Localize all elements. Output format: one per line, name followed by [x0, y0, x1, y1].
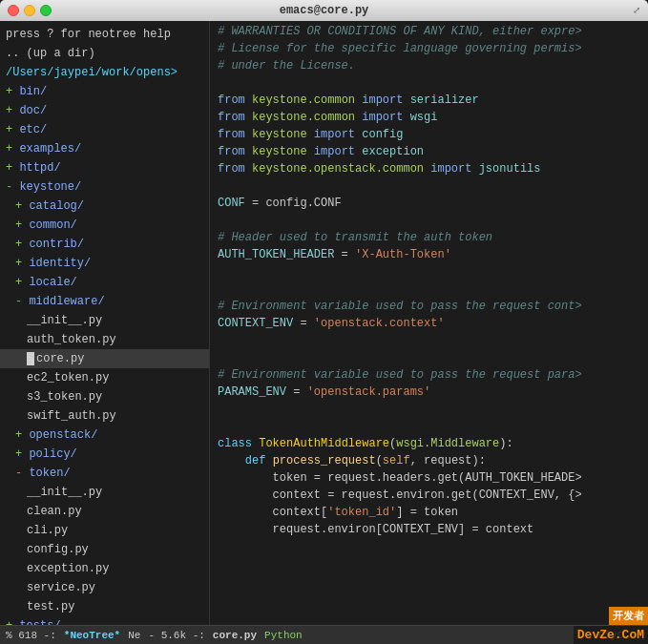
code-line-9: from keystone.openstack.common import js… [218, 160, 640, 177]
code-line-29: context['token_id'] = token [218, 504, 640, 521]
code-line-21: # Environment variable used to pass the … [218, 366, 640, 384]
sidebar-item-token[interactable]: - token/ [0, 464, 209, 483]
code-line-11: CONF = config.CONF [218, 195, 640, 212]
code-line-28: context = request.environ.get(CONTEXT_EN… [218, 487, 640, 504]
code-line-18: CONTEXT_ENV = 'openstack.context' [218, 315, 640, 332]
status-filetype: Python [264, 630, 303, 641]
code-line-1: # WARRANTIES OR CONDITIONS OF ANY KIND, … [218, 23, 640, 40]
sidebar-item-openstack[interactable]: + openstack/ [0, 426, 209, 445]
sidebar-item-examples[interactable]: + examples/ [0, 139, 209, 158]
maximize-button[interactable] [40, 5, 52, 16]
code-line-16 [218, 280, 640, 298]
sidebar-item-core-py[interactable]: core.py [0, 349, 209, 368]
close-button[interactable] [8, 5, 19, 16]
code-line-10 [218, 177, 640, 195]
code-line-17: # Environment variable used to pass the … [218, 298, 640, 315]
sidebar-item-ec2-token[interactable]: ec2_token.py [0, 368, 209, 387]
code-line-30: request.environ[CONTEXT_ENV] = context [218, 521, 640, 538]
code-line-5: from keystone.common import serializer [218, 92, 640, 109]
sidebar-item-locale[interactable]: + locale/ [0, 273, 209, 292]
sidebar-item-etc[interactable]: + etc/ [0, 120, 209, 139]
window: emacs@core.py ⤢ press ? for neotree help… [0, 0, 648, 644]
sidebar-item-init-py[interactable]: __init__.py [0, 311, 209, 330]
code-line-14: AUTH_TOKEN_HEADER = 'X-Auth-Token' [218, 246, 640, 263]
title-bar: emacs@core.py ⤢ [0, 0, 648, 21]
code-line-2: # License for the specific language gove… [218, 40, 640, 57]
sidebar-item-identity[interactable]: + identity/ [0, 254, 209, 273]
expand-icon[interactable]: ⤢ [633, 5, 640, 16]
sidebar-item-token-init[interactable]: __init__.py [0, 483, 209, 502]
status-mode: Ne [128, 630, 140, 641]
status-neotree: *NeoTree* [64, 630, 120, 641]
status-filename: core.py [213, 630, 257, 641]
sidebar-item-bin[interactable]: + bin/ [0, 82, 209, 101]
watermark-url: DevZe.CoM [574, 626, 648, 644]
code-line-8: from keystone import exception [218, 143, 640, 160]
sidebar-item-test[interactable]: test.py [0, 597, 209, 616]
sidebar-item-doc[interactable]: + doc/ [0, 101, 209, 120]
watermark-chinese: 开发者 [609, 607, 648, 625]
sidebar-item-auth-token[interactable]: auth_token.py [0, 330, 209, 349]
sidebar-item-policy[interactable]: + policy/ [0, 445, 209, 464]
sidebar-item-s3-token[interactable]: s3_token.py [0, 387, 209, 406]
code-line-4 [218, 74, 640, 92]
sidebar[interactable]: press ? for neotree help .. (up a dir) /… [0, 21, 210, 625]
code-line-20 [218, 349, 640, 366]
sidebar-item-tests[interactable]: + tests/ [0, 616, 209, 625]
sidebar-item-catalog[interactable]: + catalog/ [0, 197, 209, 216]
sidebar-help: press ? for neotree help [0, 25, 209, 44]
minimize-button[interactable] [24, 5, 35, 16]
code-line-22: PARAMS_ENV = 'openstack.params' [218, 384, 640, 401]
sidebar-current-path: /Users/jaypei/work/opens> [0, 63, 209, 82]
sidebar-item-dir-up[interactable]: .. (up a dir) [0, 44, 209, 63]
code-area[interactable]: # WARRANTIES OR CONDITIONS OF ANY KIND, … [210, 21, 648, 625]
sidebar-item-swift-auth[interactable]: swift_auth.py [0, 406, 209, 426]
code-line-24 [218, 418, 640, 435]
code-line-27: token = request.headers.get(AUTH_TOKEN_H… [218, 469, 640, 487]
sidebar-item-middleware[interactable]: - middleware/ [0, 292, 209, 311]
code-line-25: class TokenAuthMiddleware(wsgi.Middlewar… [218, 435, 640, 452]
main-container: press ? for neotree help .. (up a dir) /… [0, 21, 648, 625]
sidebar-item-cli[interactable]: cli.py [0, 521, 209, 540]
sidebar-item-contrib[interactable]: + contrib/ [0, 235, 209, 254]
status-bar: % 618 -: *NeoTree* Ne - 5.6k -: core.py … [0, 625, 648, 644]
sidebar-item-exception[interactable]: exception.py [0, 559, 209, 578]
sidebar-item-clean[interactable]: clean.py [0, 502, 209, 521]
sidebar-item-service[interactable]: service.py [0, 578, 209, 597]
code-line-6: from keystone.common import wsgi [218, 109, 640, 126]
code-line-13: # Header used to transmit the auth token [218, 229, 640, 246]
code-content: # WARRANTIES OR CONDITIONS OF ANY KIND, … [210, 21, 648, 625]
code-line-7: from keystone import config [218, 126, 640, 143]
code-line-12 [218, 212, 640, 229]
sidebar-item-config[interactable]: config.py [0, 540, 209, 559]
code-line-19 [218, 332, 640, 349]
status-separator: - 5.6k -: [148, 630, 204, 641]
code-line-26: def process_request(self, request): [218, 452, 640, 469]
sidebar-item-httpd[interactable]: + httpd/ [0, 158, 209, 177]
traffic-lights [8, 5, 52, 16]
status-position: % 618 -: [6, 630, 56, 641]
window-title: emacs@core.py [280, 4, 369, 17]
code-line-15 [218, 263, 640, 280]
code-line-3: # under the License. [218, 57, 640, 74]
sidebar-item-keystone[interactable]: - keystone/ [0, 177, 209, 197]
sidebar-item-common[interactable]: + common/ [0, 216, 209, 235]
code-line-23 [218, 401, 640, 418]
